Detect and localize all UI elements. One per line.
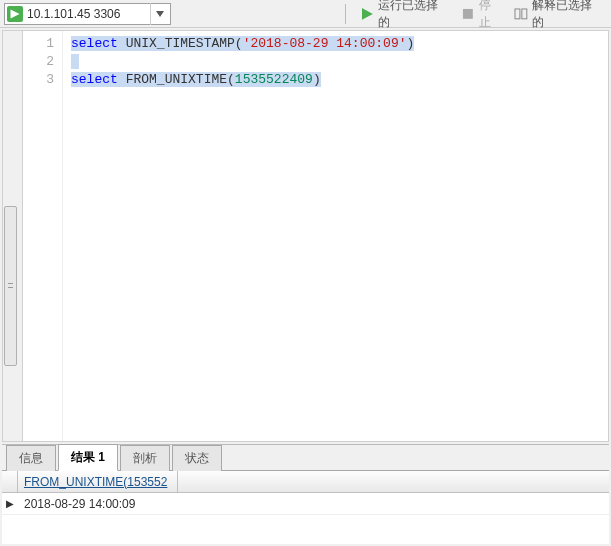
- connection-selector[interactable]: 10.1.101.45 3306: [4, 3, 171, 25]
- svg-rect-1: [515, 9, 520, 19]
- stop-button: 停止: [457, 0, 506, 33]
- line-number: 3: [23, 71, 54, 89]
- tab-status[interactable]: 状态: [172, 445, 222, 471]
- explain-selected-button[interactable]: 解释已选择的: [510, 0, 607, 33]
- explain-label: 解释已选择的: [532, 0, 603, 31]
- line-number: 1: [23, 35, 54, 53]
- chevron-down-icon[interactable]: [150, 3, 168, 25]
- grid-header: FROM_UNIXTIME(153552: [2, 471, 609, 493]
- run-selected-button[interactable]: 运行已选择的: [356, 0, 453, 33]
- table-row[interactable]: ▶ 2018-08-29 14:00:09: [2, 493, 609, 515]
- tab-profile[interactable]: 剖析: [120, 445, 170, 471]
- stop-label: 停止: [479, 0, 503, 31]
- editor-area: 1 2 3 select UNIX_TIMESTAMP('2018-08-29 …: [2, 30, 609, 442]
- toolbar: 10.1.101.45 3306 运行已选择的 停止 解释已选择的: [0, 0, 611, 28]
- code-line-2: [71, 53, 608, 71]
- sql-editor[interactable]: 1 2 3 select UNIX_TIMESTAMP('2018-08-29 …: [23, 31, 608, 441]
- scrollbar-thumb[interactable]: [4, 206, 17, 366]
- connection-label: 10.1.101.45 3306: [27, 7, 146, 21]
- tab-info[interactable]: 信息: [6, 445, 56, 471]
- line-number-gutter: 1 2 3: [23, 31, 63, 441]
- grid-corner: [2, 471, 18, 492]
- current-row-indicator-icon: ▶: [2, 498, 18, 509]
- result-tabs: 信息 结果 1 剖析 状态: [2, 445, 609, 471]
- results-panel: 信息 结果 1 剖析 状态 FROM_UNIXTIME(153552 ▶ 201…: [2, 444, 609, 544]
- column-header[interactable]: FROM_UNIXTIME(153552: [18, 471, 178, 492]
- code-line-1: select UNIX_TIMESTAMP('2018-08-29 14:00:…: [71, 35, 608, 53]
- run-label: 运行已选择的: [378, 0, 449, 31]
- cell-value[interactable]: 2018-08-29 14:00:09: [18, 497, 178, 511]
- vertical-scrollbar[interactable]: [3, 31, 23, 441]
- tab-result-1[interactable]: 结果 1: [58, 444, 118, 471]
- explain-icon: [514, 7, 528, 21]
- svg-rect-0: [463, 9, 473, 19]
- line-number: 2: [23, 53, 54, 71]
- code-content[interactable]: select UNIX_TIMESTAMP('2018-08-29 14:00:…: [63, 31, 608, 441]
- toolbar-divider: [345, 4, 346, 24]
- play-icon: [360, 7, 374, 21]
- code-line-3: select FROM_UNIXTIME(1535522409): [71, 71, 608, 89]
- result-grid[interactable]: FROM_UNIXTIME(153552 ▶ 2018-08-29 14:00:…: [2, 471, 609, 544]
- stop-icon: [461, 7, 475, 21]
- connection-icon: [7, 6, 23, 22]
- svg-rect-2: [522, 9, 527, 19]
